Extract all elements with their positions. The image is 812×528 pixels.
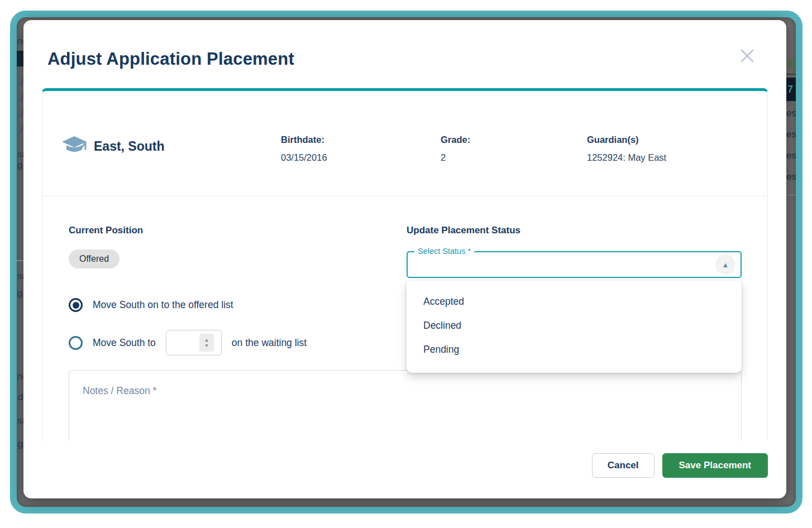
status-select[interactable]: Select Status * ▲ xyxy=(407,251,742,278)
radio-selected-icon[interactable] xyxy=(69,298,83,312)
update-status-heading: Update Placement Status xyxy=(407,225,520,236)
current-position-heading: Current Position xyxy=(69,225,143,236)
cancel-button[interactable]: Cancel xyxy=(592,453,655,478)
guardians-field: Guardian(s) 1252924: May East xyxy=(587,135,666,163)
waiting-position-stepper[interactable]: ▲ ▼ xyxy=(166,330,222,356)
bg-text-fragment: es xyxy=(786,129,796,139)
bg-text-fragment: g xyxy=(18,439,23,449)
guardians-value: 1252924: May East xyxy=(587,152,666,163)
status-option-declined[interactable]: Declined xyxy=(407,314,742,338)
graduation-cap-icon xyxy=(61,136,87,157)
save-placement-button[interactable]: Save Placement xyxy=(662,453,768,478)
placement-card: East, South Birthdate: 03/15/2016 Grade:… xyxy=(42,88,768,441)
guardians-label: Guardian(s) xyxy=(587,135,666,145)
birthdate-field: Birthdate: 03/15/2016 xyxy=(281,135,327,163)
screenshot-viewport: ne J J J J st g st g ne d st g G 7 es es… xyxy=(0,0,812,528)
status-option-accepted[interactable]: Accepted xyxy=(407,290,742,314)
close-icon[interactable] xyxy=(739,48,755,64)
student-name: East, South xyxy=(94,139,165,154)
bg-text-fragment: J xyxy=(18,78,23,87)
collapse-dropdown-button[interactable]: ▲ xyxy=(715,255,735,275)
modal-title: Adjust Application Placement xyxy=(47,49,294,69)
bg-text-fragment: g xyxy=(17,289,22,298)
bg-text-fragment: G xyxy=(788,60,795,69)
grade-value: 2 xyxy=(441,152,470,163)
grade-field: Grade: 2 xyxy=(441,135,470,163)
status-select-label: Select Status * xyxy=(414,247,474,256)
move-offered-label: Move South on to the offered list xyxy=(93,299,233,311)
student-info-row: East, South Birthdate: 03/15/2016 Grade:… xyxy=(42,91,767,196)
bg-text-fragment: es xyxy=(786,172,796,181)
move-offered-option[interactable]: Move South on to the offered list xyxy=(69,298,233,312)
stepper-down-icon[interactable]: ▼ xyxy=(204,343,209,348)
bg-text-fragment: 7 xyxy=(787,84,793,94)
waiting-position-input[interactable] xyxy=(166,330,193,355)
status-dropdown-menu: Accepted Declined Pending xyxy=(407,281,742,373)
stepper-up-icon[interactable]: ▲ xyxy=(204,338,209,343)
notes-reason-textarea[interactable] xyxy=(69,370,742,441)
birthdate-value: 03/15/2016 xyxy=(281,152,327,163)
bg-text-fragment: J xyxy=(18,125,23,135)
bg-text-fragment: es xyxy=(786,151,796,160)
chevron-up-icon: ▲ xyxy=(722,261,729,268)
status-option-pending[interactable]: Pending xyxy=(407,338,742,362)
bg-text-fragment: es xyxy=(786,108,796,118)
current-position-badge: Offered xyxy=(69,249,120,268)
bg-line xyxy=(786,74,796,75)
radio-unselected-icon[interactable] xyxy=(69,336,83,350)
bg-text-fragment: J xyxy=(18,94,23,103)
adjust-placement-modal: Adjust Application Placement East, South… xyxy=(23,20,786,498)
bg-text-fragment: g xyxy=(17,160,22,170)
bg-text-fragment: d xyxy=(18,392,23,402)
stepper-arrows[interactable]: ▲ ▼ xyxy=(199,334,214,352)
grade-label: Grade: xyxy=(441,135,470,145)
bg-text-fragment: J xyxy=(18,109,23,119)
move-waiting-suffix: on the waiting list xyxy=(232,337,307,349)
modal-footer: Cancel Save Placement xyxy=(592,453,768,478)
birthdate-label: Birthdate: xyxy=(281,135,327,145)
move-waiting-option[interactable]: Move South to ▲ ▼ on the waiting list xyxy=(69,330,307,356)
bg-line xyxy=(786,195,796,195)
move-waiting-prefix: Move South to xyxy=(93,337,156,349)
